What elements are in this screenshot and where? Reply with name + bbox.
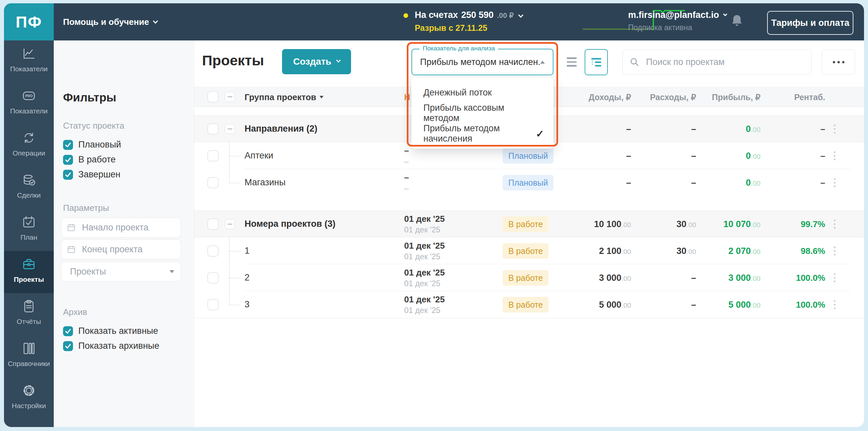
tree-connector-line <box>229 168 229 183</box>
row-checkbox[interactable] <box>207 219 219 230</box>
column-header-group[interactable]: Группа проектов <box>245 87 323 107</box>
filter-checkbox-row[interactable]: Показать активные <box>63 324 159 338</box>
income-cell: 3 000.00 <box>558 272 631 283</box>
sidebar-item[interactable]: Показатели <box>4 40 54 82</box>
collapse-all-icon[interactable] <box>225 92 235 102</box>
app-logo[interactable]: ПФ <box>4 3 54 40</box>
dropdown-option[interactable]: Прибыль кассовым методом ✓ <box>411 103 553 123</box>
filter-checkbox-row[interactable]: Завершен <box>63 167 121 182</box>
checkbox-checked-icon[interactable] <box>63 341 73 351</box>
project-start-date-field[interactable] <box>61 218 181 237</box>
column-header-income[interactable]: Доходы, ₽ <box>558 87 631 107</box>
sidebar-item-label: План <box>4 233 54 241</box>
kebab-menu[interactable] <box>832 244 837 257</box>
flat-list-view-toggle[interactable] <box>561 51 583 74</box>
filter-checkbox-label: Показать архивные <box>78 341 159 351</box>
sidebar-item[interactable]: Настройки <box>4 377 54 420</box>
kebab-menu[interactable] <box>832 149 837 162</box>
reports-icon <box>4 298 54 316</box>
sidebar-item-label: Отчёты <box>4 318 54 326</box>
status-badge: В работе <box>503 297 549 312</box>
sidebar-item[interactable]: Отчёты <box>4 293 54 335</box>
row-checkbox[interactable] <box>207 150 219 162</box>
project-end-date-field[interactable] <box>61 239 181 259</box>
collapse-row-icon[interactable] <box>225 124 235 134</box>
cash-gap-warning: Разрыв с 27.11.25 <box>415 23 488 33</box>
project-name[interactable]: Направления (2) <box>245 116 317 142</box>
kebab-menu[interactable] <box>832 298 837 311</box>
status-badge: Плановый <box>503 175 553 190</box>
archive-section-label: Архив <box>63 307 87 317</box>
sidebar-item[interactable]: Операции <box>4 125 54 167</box>
margin-cell: 100.0% <box>752 272 825 283</box>
project-name[interactable]: 2 <box>245 264 250 291</box>
filter-checkbox-row[interactable]: Показать архивные <box>63 338 159 354</box>
income-cell: 5 000.00 <box>558 299 631 310</box>
sidebar-item[interactable]: Справочники <box>4 335 54 377</box>
checkbox-checked-icon[interactable] <box>63 326 73 336</box>
profit-cell: 2 070.00 <box>687 246 761 256</box>
margin-cell: – <box>752 124 825 134</box>
account-menu[interactable]: m.firsina@planfact.io Подписка активна <box>628 10 727 32</box>
filters-panel: Фильтры Статус проекта Плановый В работе… <box>54 40 194 427</box>
balance-status-dot <box>403 13 408 18</box>
sidebar-item-label: Операции <box>4 149 54 157</box>
column-header-dates[interactable]: Н <box>404 87 410 107</box>
filter-checkbox-label: Завершен <box>78 169 120 180</box>
projects-filter-select[interactable]: Проекты <box>61 262 181 281</box>
profit-cell: 0.00 <box>687 151 761 161</box>
analysis-metric-select[interactable]: Прибыль методом начислен... <box>411 49 553 75</box>
balance-amount: 250 590 <box>461 10 494 20</box>
project-name[interactable]: 1 <box>245 237 250 264</box>
tariffs-button[interactable]: Тарифы и оплата <box>767 11 854 35</box>
dropdown-option-label: Прибыль методом начисления <box>423 123 536 144</box>
more-actions-button[interactable] <box>822 49 855 75</box>
sidebar-item[interactable]: PRO Показатели <box>4 82 54 125</box>
kebab-menu[interactable] <box>832 218 837 230</box>
sidebar-item[interactable]: Проекты <box>4 251 54 293</box>
dropdown-option[interactable]: Денежный поток ✓ <box>411 82 553 103</box>
project-name[interactable]: Магазины <box>245 169 286 196</box>
column-header-profit[interactable]: Прибыль, ₽ <box>687 87 761 107</box>
row-checkbox[interactable] <box>207 272 219 284</box>
tree-view-toggle[interactable] <box>585 49 608 75</box>
topbar: ПФ Помощь и обучение На счетах 250 590 .… <box>4 3 864 40</box>
row-checkbox[interactable] <box>207 245 219 257</box>
create-button[interactable]: Создать <box>282 49 351 74</box>
project-name[interactable]: Аптеки <box>245 142 273 169</box>
project-name[interactable]: Номера проектов (3) <box>245 211 336 237</box>
margin-cell: – <box>752 151 825 161</box>
checkbox-checked-icon[interactable] <box>63 155 73 165</box>
select-all-checkbox[interactable] <box>207 91 219 102</box>
briefcase-icon <box>4 256 54 273</box>
tree-connector-line <box>229 291 229 304</box>
kebab-menu[interactable] <box>832 271 837 284</box>
sidebar-item-label: Справочники <box>4 360 54 368</box>
checkbox-checked-icon[interactable] <box>63 140 73 150</box>
kebab-menu[interactable] <box>832 176 837 189</box>
dropdown-option[interactable]: Прибыль методом начисления ✓ <box>411 123 553 144</box>
kebab-menu[interactable] <box>832 122 837 135</box>
checkbox-checked-icon[interactable] <box>63 170 73 180</box>
income-cell: – <box>558 124 631 134</box>
filter-checkbox-row[interactable]: Плановый <box>63 137 121 152</box>
project-name[interactable]: 3 <box>245 291 250 318</box>
filter-checkbox-row[interactable]: В работе <box>63 152 121 167</box>
row-checkbox[interactable] <box>207 299 219 310</box>
table-row: Магазины –– Плановый – – 0.00 – <box>194 169 864 196</box>
archive-filter-list: Показать активные Показать архивные <box>63 324 159 354</box>
sync-icon <box>4 130 54 147</box>
sidebar-item-label: Сделки <box>4 191 54 199</box>
search-input[interactable] <box>622 49 812 75</box>
column-header-expense[interactable]: Расходы, ₽ <box>623 87 696 107</box>
row-checkbox[interactable] <box>207 177 219 188</box>
help-menu[interactable]: Помощь и обучение <box>63 3 157 40</box>
bell-icon[interactable] <box>731 14 743 28</box>
column-header-margin[interactable]: Рентаб. <box>752 87 825 107</box>
sidebar-item[interactable]: План <box>4 209 54 251</box>
row-checkbox[interactable] <box>207 123 219 135</box>
accounts-balance[interactable]: На счетах 250 590 .00 ₽ <box>415 10 523 20</box>
sidebar-item[interactable]: Сделки <box>4 167 54 209</box>
check-icon: ✓ <box>536 128 544 140</box>
collapse-row-icon[interactable] <box>225 219 235 229</box>
